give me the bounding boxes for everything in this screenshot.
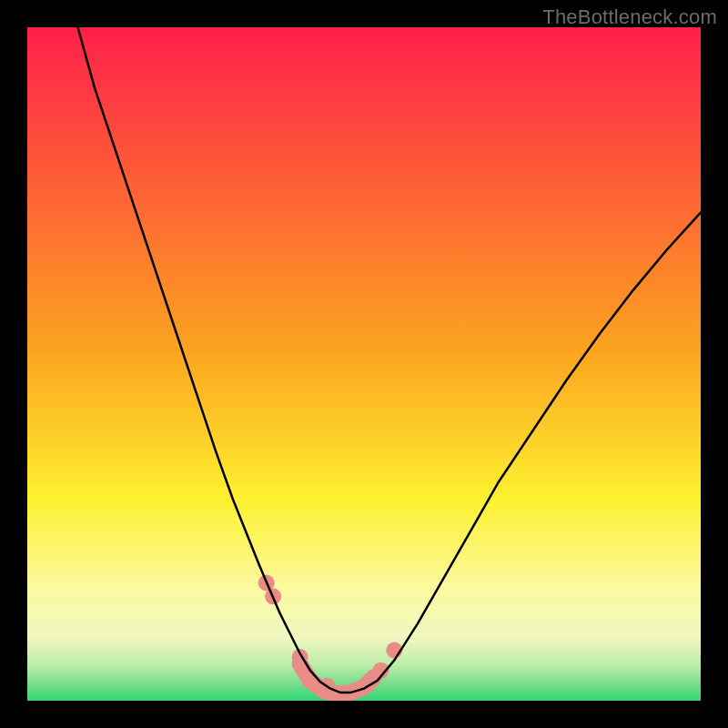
watermark-text: TheBottleneck.com	[542, 5, 717, 29]
chart-svg	[27, 27, 701, 701]
plot-area	[27, 27, 701, 701]
chart-frame: TheBottleneck.com	[0, 0, 728, 728]
gradient-background	[27, 27, 701, 701]
